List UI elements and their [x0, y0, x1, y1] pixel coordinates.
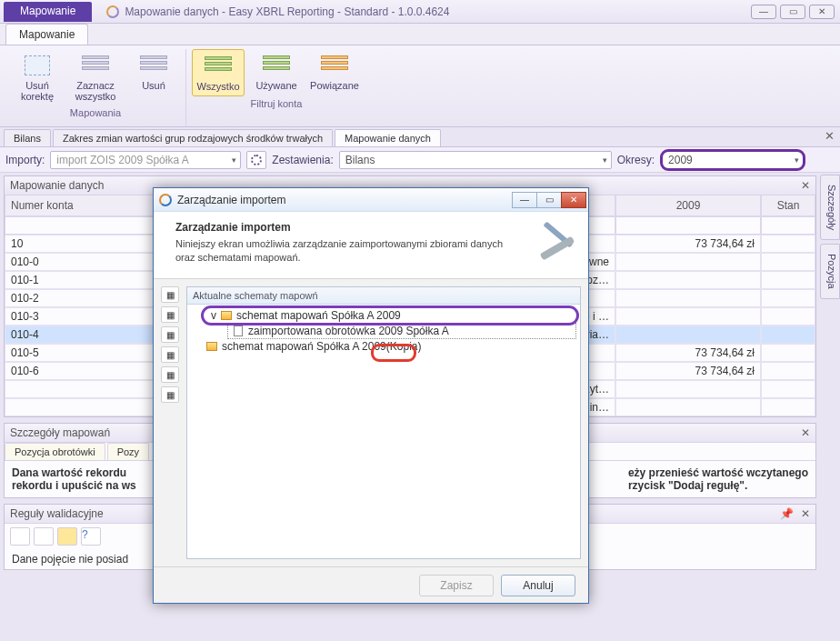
panel-close-icon[interactable]: ✕ — [801, 507, 810, 520]
tree-tool-5-button[interactable]: ▦ — [161, 366, 179, 383]
schemas-tree: Aktualne schematy mapowń v schemat mapow… — [186, 286, 581, 559]
zestawienia-dropdown[interactable]: Bilans — [339, 151, 612, 169]
window-title: Mapowanie danych - Easy XBRL Reporting -… — [125, 5, 449, 18]
validation-rules-title-text: Reguły walidacyjne — [10, 507, 104, 520]
col-2009[interactable]: 2009 — [615, 195, 761, 216]
dialog-heading: Zarządzanie importem — [175, 221, 525, 234]
cell-stan[interactable] — [761, 380, 815, 398]
window-controls: — ▭ ✕ — [751, 5, 835, 19]
details-tab-pozy[interactable]: Pozy — [107, 443, 149, 460]
dialog-minimize-button[interactable]: — — [512, 192, 537, 208]
dialog-cancel-button[interactable]: Anuluj — [501, 575, 575, 596]
dialog-close-button[interactable]: ✕ — [561, 192, 586, 208]
filter-stan[interactable] — [761, 216, 815, 235]
cell-val[interactable] — [615, 253, 761, 271]
cell-stan[interactable] — [761, 362, 815, 380]
cell-stan[interactable] — [761, 326, 815, 344]
file-icon — [234, 326, 243, 336]
cell-val[interactable] — [615, 398, 761, 416]
ribbon-group-mapowania: Usuń korektę Zaznacz wszystko Usuń Mapow… — [5, 49, 186, 126]
dialog-titlebar[interactable]: Zarządzanie importem — ▭ ✕ — [154, 188, 588, 212]
cell-val[interactable] — [615, 271, 761, 289]
cell-val[interactable]: 73 734,64 zł — [615, 362, 761, 380]
cell-stan[interactable] — [761, 235, 815, 253]
dialog-footer: Zapisz Anuluj — [154, 566, 588, 603]
dialog-maximize-button[interactable]: ▭ — [536, 192, 562, 208]
app-file-tab[interactable]: Mapowanie — [4, 2, 92, 22]
tree-tool-6-button[interactable]: ▦ — [161, 386, 179, 403]
cell-stan[interactable] — [761, 344, 815, 362]
importy-dropdown[interactable]: import ZOIS 2009 Spółka A — [50, 151, 241, 169]
tree-node-schema-a-2009-copy[interactable]: schemat mapowań Spółka A 2009(Kopia) — [204, 339, 576, 354]
tree-tool-4-button[interactable]: ▦ — [161, 346, 179, 363]
cell-stan[interactable] — [761, 307, 815, 326]
details-text-right-1: eży przenieść wartość wczytanego — [628, 466, 808, 479]
cell-val[interactable] — [615, 307, 761, 326]
panel-close-icon[interactable]: ✕ — [801, 179, 810, 192]
pin-icon[interactable]: 📌 — [780, 507, 794, 520]
usun-korekte-label: Usuń korektę — [13, 80, 62, 102]
filter-wszystko-button[interactable]: Wszystko — [192, 49, 245, 96]
window-minimize-button[interactable]: — — [751, 5, 776, 19]
mapping-details-title-text: Szczegóły mapowań — [10, 426, 110, 439]
expand-icon[interactable]: v — [211, 309, 216, 322]
tree-tool-2-button[interactable]: ▦ — [161, 306, 179, 323]
tree-node-schema-a-2009[interactable]: v schemat mapowań Spółka A 2009 — [204, 308, 576, 323]
cell-stan[interactable] — [761, 271, 815, 289]
cell-val[interactable]: 73 734,64 zł — [615, 344, 761, 362]
filter-powiazane-button[interactable]: Powiązane — [308, 49, 361, 96]
okresy-dropdown[interactable]: 2009 — [660, 149, 805, 171]
tree-tool-1-button[interactable]: ▦ — [161, 286, 179, 303]
tab-mapowanie-danych[interactable]: Mapowanie danych — [335, 129, 441, 146]
details-text-left-2: rekordu i upuścić na ws — [12, 479, 136, 492]
validation-filter-3-button[interactable] — [57, 527, 77, 546]
validation-help-button[interactable]: ? — [81, 527, 101, 546]
validation-filter-1-button[interactable] — [10, 527, 30, 546]
window-titlebar: Mapowanie Mapowanie danych - Easy XBRL R… — [0, 0, 840, 24]
tab-zakres-zmian[interactable]: Zakres zmian wartości grup rodzajowych ś… — [53, 129, 333, 146]
dialog-header: Zarządzanie importem Niniejszy ekran umo… — [154, 212, 588, 279]
dialog-toolbar: ▦ ▦ ▦ ▦ ▦ ▦ — [161, 286, 181, 559]
manage-imports-button[interactable] — [246, 151, 266, 169]
filter-uzywane-label: Używane — [255, 80, 296, 91]
zaznacz-wszystko-label: Zaznacz wszystko — [75, 80, 116, 102]
cell-val[interactable]: 73 734,64 zł — [615, 235, 761, 253]
validation-filter-2-button[interactable] — [34, 527, 54, 546]
usun-korekte-button[interactable]: Usuń korektę — [11, 49, 64, 105]
dialog-save-button[interactable]: Zapisz — [419, 575, 494, 596]
tree-node-imported-obrotowka[interactable]: zaimportowana obrotówka 2009 Spółka A — [227, 323, 576, 339]
tab-close-icon[interactable]: ✕ — [825, 129, 835, 143]
cell-stan[interactable] — [761, 398, 815, 416]
filter-uzywane-button[interactable]: Używane — [250, 49, 303, 96]
window-maximize-button[interactable]: ▭ — [780, 5, 805, 19]
schemas-tree-header: Aktualne schematy mapowń — [187, 287, 580, 305]
cell-val[interactable] — [615, 289, 761, 307]
ribbon-group-filtruj: Wszystko Używane Powiązane Filtruj konta — [186, 49, 366, 126]
ribbon: Usuń korektę Zaznacz wszystko Usuń Mapow… — [0, 45, 840, 127]
usun-button[interactable]: Usuń — [127, 49, 180, 105]
ribbon-group-mapowania-title: Mapowania — [70, 107, 121, 118]
panel-close-icon[interactable]: ✕ — [801, 426, 810, 439]
dialog-body: ▦ ▦ ▦ ▦ ▦ ▦ Aktualne schematy mapowń v s… — [154, 279, 588, 566]
dialog-description: Niniejszy ekran umożliwia zarządzanie za… — [175, 237, 525, 265]
details-text-right-2: rzycisk "Dodaj regułę". — [628, 479, 747, 492]
cell-stan[interactable] — [761, 253, 815, 271]
cell-val[interactable] — [615, 326, 761, 344]
tab-bilans[interactable]: Bilans — [4, 129, 51, 146]
filter-2009[interactable] — [615, 216, 761, 235]
cell-val[interactable] — [615, 380, 761, 398]
document-tabs: Bilans Zakres zmian wartości grup rodzaj… — [0, 127, 840, 147]
ribbon-tab-mapowanie[interactable]: Mapowanie — [5, 24, 88, 45]
col-stan[interactable]: Stan — [761, 195, 815, 216]
details-tab-pozycja-obrotowki[interactable]: Pozycja obrotówki — [5, 443, 105, 460]
gear-icon — [251, 155, 262, 165]
ribbon-tabs: Mapowanie — [0, 24, 840, 45]
ribbon-group-filtruj-title: Filtruj konta — [251, 98, 303, 109]
window-close-button[interactable]: ✕ — [809, 5, 835, 19]
tools-icon — [535, 219, 579, 263]
tree-tool-3-button[interactable]: ▦ — [161, 326, 179, 343]
tree-node-label: schemat mapowań Spółka A 2009 — [236, 309, 401, 322]
cell-stan[interactable] — [761, 289, 815, 307]
zaznacz-wszystko-button[interactable]: Zaznacz wszystko — [69, 49, 122, 105]
zestawienia-label: Zestawienia: — [272, 154, 333, 166]
